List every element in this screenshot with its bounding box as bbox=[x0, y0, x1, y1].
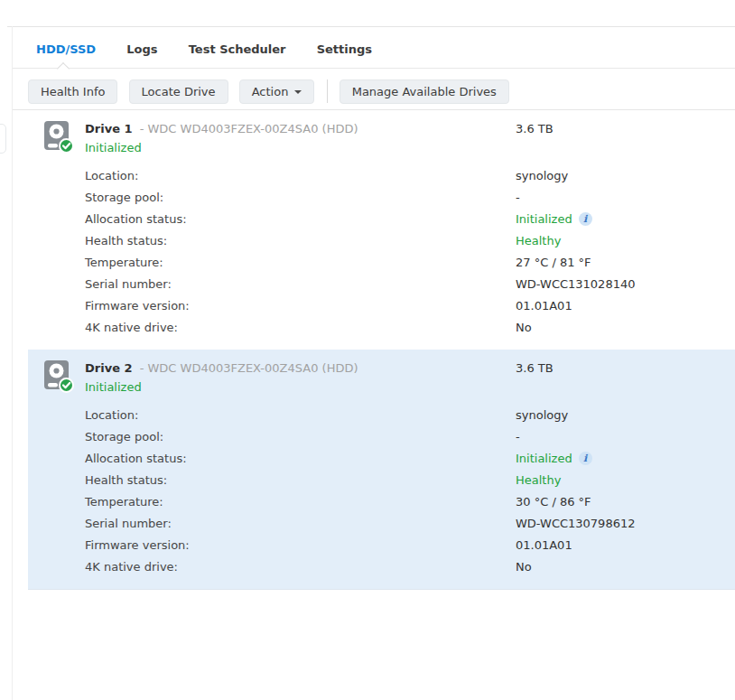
drive-row-2[interactable]: Drive 2 - WDC WD4003FZEX-00Z4SA0 (HDD) 3… bbox=[28, 350, 735, 590]
allocation-status-text: Initialized bbox=[516, 212, 572, 226]
detail-row-storage-pool: Storage pool: - bbox=[28, 426, 735, 448]
detail-label: Allocation status: bbox=[85, 452, 187, 465]
drive-status: Initialized bbox=[85, 140, 735, 156]
health-info-button[interactable]: Health Info bbox=[28, 79, 117, 104]
detail-value: - bbox=[516, 187, 520, 209]
allocation-status-text: Initialized bbox=[516, 452, 572, 465]
drive-row-1[interactable]: Drive 1 - WDC WD4003FZEX-00Z4SA0 (HDD) 3… bbox=[28, 110, 735, 350]
detail-label: 4K native drive: bbox=[85, 321, 178, 334]
tab-hdd-ssd[interactable]: HDD/SSD bbox=[36, 42, 96, 56]
drive-size: 3.6 TB bbox=[516, 121, 554, 137]
hdd-drive-icon bbox=[43, 120, 74, 154]
tab-settings[interactable]: Settings bbox=[317, 42, 372, 56]
detail-value: 01.01A01 bbox=[516, 535, 572, 556]
hdd-drive-icon bbox=[43, 359, 74, 393]
storage-manager-panel: HDD/SSD Logs Test Scheduler Settings Hea… bbox=[13, 27, 735, 700]
detail-label: Location: bbox=[85, 408, 138, 422]
drive-list: Drive 1 - WDC WD4003FZEX-00Z4SA0 (HDD) 3… bbox=[28, 110, 735, 590]
tab-test-scheduler[interactable]: Test Scheduler bbox=[189, 42, 286, 56]
detail-label: Storage pool: bbox=[85, 191, 163, 204]
detail-label: Firmware version: bbox=[85, 538, 190, 552]
tab-logs[interactable]: Logs bbox=[126, 42, 157, 56]
toolbar: Health Info Locate Drive Action Manage A… bbox=[13, 69, 735, 110]
detail-row-serial-number: Serial number: WD-WCC130798612 bbox=[28, 513, 735, 535]
detail-row-storage-pool: Storage pool: - bbox=[28, 187, 735, 209]
tab-bar: HDD/SSD Logs Test Scheduler Settings bbox=[13, 27, 735, 69]
detail-row-4k-native: 4K native drive: No bbox=[28, 556, 735, 578]
action-dropdown-button[interactable]: Action bbox=[239, 79, 315, 104]
detail-row-health-status: Health status: Healthy bbox=[28, 470, 735, 491]
drive-name: Drive 2 bbox=[85, 361, 133, 375]
detail-row-temperature: Temperature: 30 °C / 86 °F bbox=[28, 491, 735, 513]
detail-value: No bbox=[516, 556, 532, 578]
detail-label: Allocation status: bbox=[85, 212, 187, 226]
drive-title: Drive 1 - WDC WD4003FZEX-00Z4SA0 (HDD) bbox=[85, 121, 735, 137]
detail-label: Health status: bbox=[85, 234, 167, 247]
detail-row-health-status: Health status: Healthy bbox=[28, 230, 735, 252]
detail-value: - bbox=[516, 426, 520, 448]
detail-value: 01.01A01 bbox=[516, 295, 572, 317]
detail-label: Firmware version: bbox=[85, 299, 190, 313]
drive-model: - WDC WD4003FZEX-00Z4SA0 (HDD) bbox=[140, 361, 358, 375]
detail-value: Healthy bbox=[516, 470, 561, 491]
drive-title: Drive 2 - WDC WD4003FZEX-00Z4SA0 (HDD) bbox=[85, 360, 735, 377]
drive-status: Initialized bbox=[85, 379, 735, 396]
detail-value: WD-WCC130798612 bbox=[516, 513, 635, 535]
drive-model: - WDC WD4003FZEX-00Z4SA0 (HDD) bbox=[140, 122, 358, 135]
manage-available-drives-button[interactable]: Manage Available Drives bbox=[340, 79, 509, 104]
panel-edge-handle bbox=[0, 124, 6, 154]
detail-label: Serial number: bbox=[85, 517, 172, 530]
detail-value: Initializedi bbox=[516, 448, 592, 470]
drive-details: Location: synology Storage pool: - Alloc… bbox=[28, 165, 735, 339]
locate-drive-button[interactable]: Locate Drive bbox=[129, 79, 228, 104]
detail-label: Location: bbox=[85, 169, 138, 182]
caret-down-icon bbox=[294, 90, 302, 94]
detail-label: Serial number: bbox=[85, 277, 172, 291]
detail-value: 30 °C / 86 °F bbox=[516, 491, 591, 513]
detail-value: Healthy bbox=[516, 230, 561, 252]
detail-row-location: Location: synology bbox=[28, 165, 735, 187]
detail-label: Storage pool: bbox=[85, 430, 163, 443]
detail-value: No bbox=[516, 317, 532, 339]
detail-value: WD-WCC131028140 bbox=[516, 274, 635, 295]
detail-value: Initializedi bbox=[516, 209, 592, 230]
detail-row-temperature: Temperature: 27 °C / 81 °F bbox=[28, 252, 735, 274]
detail-row-firmware: Firmware version: 01.01A01 bbox=[28, 535, 735, 556]
info-icon[interactable]: i bbox=[579, 212, 592, 226]
info-icon[interactable]: i bbox=[579, 452, 592, 465]
action-button-label: Action bbox=[252, 85, 289, 98]
detail-label: Temperature: bbox=[85, 495, 163, 509]
drive-size: 3.6 TB bbox=[516, 360, 554, 377]
detail-label: 4K native drive: bbox=[85, 560, 178, 574]
detail-row-4k-native: 4K native drive: No bbox=[28, 317, 735, 339]
detail-value: 27 °C / 81 °F bbox=[516, 252, 591, 274]
detail-label: Temperature: bbox=[85, 256, 163, 269]
toolbar-divider bbox=[327, 79, 328, 103]
detail-label: Health status: bbox=[85, 473, 167, 487]
drive-name: Drive 1 bbox=[85, 122, 133, 135]
detail-row-allocation-status: Allocation status: Initializedi bbox=[28, 448, 735, 470]
detail-row-firmware: Firmware version: 01.01A01 bbox=[28, 295, 735, 317]
detail-row-allocation-status: Allocation status: Initializedi bbox=[28, 209, 735, 230]
detail-value: synology bbox=[516, 165, 568, 187]
detail-row-serial-number: Serial number: WD-WCC131028140 bbox=[28, 274, 735, 295]
detail-value: synology bbox=[516, 405, 568, 426]
drive-details: Location: synology Storage pool: - Alloc… bbox=[28, 405, 735, 578]
detail-row-location: Location: synology bbox=[28, 405, 735, 426]
